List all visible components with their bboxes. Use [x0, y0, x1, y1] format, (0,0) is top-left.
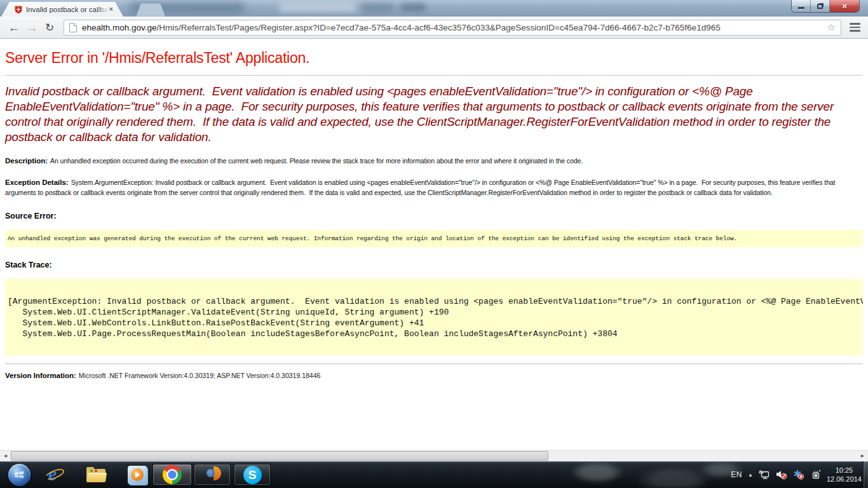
safely-remove-hardware-icon[interactable]: [810, 470, 821, 480]
browser-toolbar: ← → ↻ ehealth.moh.gov.ge/Hmis/ReferralsT…: [0, 17, 868, 39]
volume-muted-icon[interactable]: [776, 470, 787, 480]
system-tray: EN ▲: [731, 461, 862, 488]
reload-button[interactable]: ↻: [41, 22, 58, 33]
version-row: Version Information:Microsoft .NET Frame…: [5, 372, 863, 379]
background-window-blur: [280, 3, 362, 12]
background-window-blur: [400, 3, 426, 11]
show-desktop-button[interactable]: [863, 461, 868, 488]
connection-error-icon[interactable]: [793, 470, 804, 480]
internet-explorer-icon: e: [44, 465, 65, 484]
browser-tab-active[interactable]: Invalid postback or callba ×: [1, 2, 123, 17]
folder-icon: [86, 467, 107, 483]
taskbar-item-windows-explorer[interactable]: [81, 464, 112, 485]
bookmark-star-icon[interactable]: ☆: [827, 22, 836, 33]
error-message: Invalid postback or callback argument. E…: [5, 84, 863, 145]
address-bar[interactable]: ehealth.moh.gov.ge/Hmis/ReferralsTest/Pa…: [64, 20, 841, 36]
skype-icon: S: [243, 466, 262, 484]
media-player-icon: [128, 466, 147, 484]
play-icon: [135, 471, 140, 478]
site-favicon-icon: [14, 5, 23, 14]
network-icon[interactable]: [759, 470, 770, 480]
chrome-icon: [163, 465, 182, 484]
url-path: /Hmis/ReferralsTest/Pages/Register.aspx?…: [157, 23, 721, 32]
taskbar-item-internet-explorer[interactable]: e: [39, 464, 70, 485]
taskbar-item-skype[interactable]: S: [234, 464, 271, 485]
window-close-button[interactable]: ×: [830, 0, 859, 12]
scroll-right-icon[interactable]: ►: [857, 451, 868, 461]
tray-clock[interactable]: 10:25 12.06.2014: [827, 466, 862, 484]
scrollbar-thumb[interactable]: [11, 451, 548, 461]
tab-close-icon[interactable]: ×: [109, 6, 113, 13]
start-button[interactable]: [3, 464, 36, 485]
windows-logo-icon: [8, 464, 31, 486]
back-button[interactable]: ←: [5, 22, 23, 34]
url-domain: ehealth.moh.gov.ge: [82, 23, 157, 32]
window-controls: ×: [792, 0, 859, 12]
divider: [5, 75, 863, 76]
url-text[interactable]: ehealth.moh.gov.ge/Hmis/ReferralsTest/Pa…: [82, 23, 824, 32]
menu-icon: [850, 23, 860, 25]
windows-flag-icon: [14, 470, 24, 479]
divider: [5, 363, 863, 364]
restore-icon: [817, 4, 823, 9]
window-minimize-button[interactable]: [792, 0, 811, 12]
close-icon: ×: [842, 2, 847, 10]
stack-trace-label: Stack Trace:: [5, 261, 863, 269]
taskbar: e S: [0, 461, 868, 488]
page-icon[interactable]: [69, 23, 77, 32]
firefox-icon: [203, 465, 222, 484]
taskbar-wallpaper-texture: [559, 462, 750, 488]
source-error-label: Source Error:: [5, 212, 863, 220]
exception-details-text: System.ArgumentException: Invalid postba…: [5, 179, 837, 196]
description-label: Description:: [5, 157, 48, 165]
forward-button[interactable]: →: [23, 22, 41, 34]
exception-details-row: Exception Details:System.ArgumentExcepti…: [5, 177, 863, 198]
exception-details-label: Exception Details:: [5, 179, 69, 186]
minimize-icon: [798, 7, 804, 9]
scroll-left-icon[interactable]: ◄: [0, 451, 11, 461]
version-label: Version Information:: [5, 372, 76, 379]
taskbar-item-firefox[interactable]: [194, 464, 231, 485]
page-content: Server Error in '/Hmis/ReferralsTest' Ap…: [0, 39, 868, 461]
background-window-blur: [356, 4, 394, 11]
stack-trace-box: [ArgumentException: Invalid postback or …: [5, 279, 863, 355]
tray-expand-icon[interactable]: ▲: [748, 472, 753, 478]
screen: Invalid postback or callba × × ← → ↻ ehe…: [0, 0, 868, 488]
tab-title: Invalid postback or callba: [26, 6, 109, 13]
taskbar-item-media-player[interactable]: [122, 464, 153, 485]
error-heading: Server Error in '/Hmis/ReferralsTest' Ap…: [0, 39, 868, 67]
new-tab-button[interactable]: [136, 3, 165, 17]
tray-time: 10:25: [827, 466, 862, 475]
window-restore-button[interactable]: [811, 0, 830, 12]
description-text: An unhandled exception occurred during t…: [50, 157, 583, 165]
language-indicator[interactable]: EN: [731, 470, 742, 479]
window-titlebar: Invalid postback or callba × ×: [0, 0, 868, 17]
chrome-menu-button[interactable]: [846, 20, 863, 34]
description-row: Description:An unhandled exception occur…: [5, 156, 863, 166]
tray-date: 12.06.2014: [827, 475, 862, 484]
version-text: Microsoft .NET Framework Version:4.0.303…: [79, 372, 321, 379]
horizontal-scrollbar[interactable]: ◄ ►: [0, 450, 868, 461]
taskbar-item-chrome[interactable]: [153, 464, 192, 485]
source-error-box: An unhandled exception was generated dur…: [5, 230, 863, 247]
